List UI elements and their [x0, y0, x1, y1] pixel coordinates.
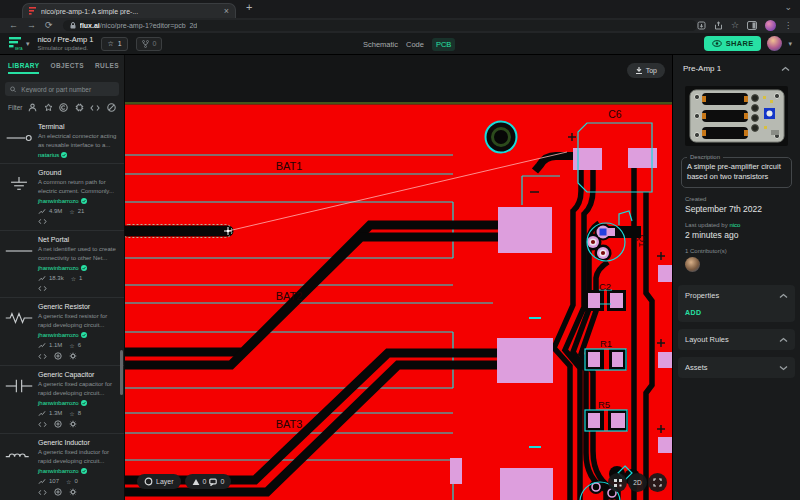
item-title: Terminal	[38, 123, 120, 130]
tab-pcb[interactable]: PCB	[432, 38, 455, 51]
layer-top-button[interactable]: Top	[627, 63, 665, 78]
library-item[interactable]: Generic CapacitorA generic fixed capacit…	[0, 365, 124, 433]
layout-rules-header[interactable]: Layout Rules	[685, 335, 788, 344]
label-c6: C6	[608, 108, 622, 120]
star-count-button[interactable]: ☆ 1	[101, 37, 127, 51]
fork-icon	[142, 40, 149, 48]
ground-icon	[0, 169, 38, 225]
item-actions[interactable]	[38, 352, 120, 360]
tab-close-icon[interactable]: ×	[224, 7, 229, 16]
properties-chevron-icon[interactable]	[779, 293, 788, 299]
label-q1: Q1	[637, 235, 648, 248]
label-r5: R5	[598, 399, 610, 410]
updated-by-user: nico	[729, 222, 740, 228]
library-search[interactable]	[5, 82, 119, 96]
mounting-hole[interactable]	[486, 122, 517, 153]
browser-profile-avatar[interactable]	[765, 20, 776, 31]
assets-header[interactable]: Assets	[685, 363, 788, 372]
item-author[interactable]: jhanwinbarrozo	[38, 400, 120, 406]
library-item[interactable]: TerminalAn electrical connector acting a…	[0, 118, 124, 163]
address-bar[interactable]: flux.ai/nico/pre-amp-1?editor=pcb_2d	[63, 20, 697, 31]
item-author[interactable]: jhanwinbarrozo	[38, 198, 120, 204]
issue-counters[interactable]: 0 0	[185, 474, 232, 489]
search-input[interactable]	[19, 85, 114, 94]
block-filter-icon[interactable]	[107, 103, 116, 112]
layout-rules-chevron-icon[interactable]	[779, 337, 788, 343]
item-actions[interactable]	[38, 285, 120, 292]
contributor-avatar[interactable]	[685, 257, 700, 272]
collapse-chevron-icon[interactable]	[781, 66, 790, 72]
library-list: TerminalAn electrical connector acting a…	[0, 118, 124, 500]
fork-count-button[interactable]: 0	[136, 37, 163, 51]
pcb-layout: BAT1 BAT2 BAT3 C6 C2 R1 R5 Q1	[125, 55, 672, 500]
item-actions[interactable]	[38, 488, 120, 496]
label-bat3: BAT3	[276, 418, 303, 430]
flux-logo[interactable]: BETA	[8, 36, 23, 51]
item-author[interactable]: jhanwinbarrozo	[38, 265, 120, 271]
user-avatar[interactable]	[767, 36, 782, 51]
code-filter-icon[interactable]	[90, 104, 100, 112]
search-icon	[10, 86, 16, 93]
library-item[interactable]: Generic InductorA generic fixed inductor…	[0, 433, 124, 500]
library-item[interactable]: GroundA common return path for electric …	[0, 163, 124, 230]
pcb-canvas[interactable]: BAT1 BAT2 BAT3 C6 C2 R1 R5 Q1 Top Layer …	[125, 55, 672, 500]
logo-caret-icon[interactable]: ▾	[26, 40, 30, 48]
fullscreen-button[interactable]	[648, 473, 667, 492]
item-title: Net Portal	[38, 236, 120, 243]
item-description: A net identifier used to create connecti…	[38, 245, 120, 262]
tab-objects[interactable]: OBJECTS	[50, 62, 84, 74]
label-r1: R1	[600, 338, 612, 349]
item-actions[interactable]	[38, 420, 120, 428]
user-menu-caret-icon[interactable]: ▾	[788, 40, 792, 48]
sidebar-scrollbar[interactable]	[120, 350, 123, 395]
tab-rules[interactable]: RULES	[95, 62, 119, 74]
item-description: A generic fixed resistor for rapid devel…	[38, 312, 120, 329]
lock-icon	[70, 22, 76, 29]
item-author[interactable]: natarius	[38, 152, 120, 158]
properties-section: Properties ADD	[678, 285, 795, 322]
project-status: Simulator updated.	[38, 45, 94, 51]
add-property-button[interactable]: ADD	[685, 309, 788, 316]
library-item[interactable]: Net PortalA net identifier used to creat…	[0, 230, 124, 297]
terminal-icon	[0, 123, 38, 158]
side-panel-icon[interactable]	[747, 21, 757, 30]
back-icon[interactable]: ←	[9, 21, 18, 30]
browser-menu-icon[interactable]: ⋮	[784, 22, 792, 30]
warning-count: 0	[203, 478, 207, 485]
to-top-icon	[635, 66, 643, 75]
project-title-block[interactable]: nico / Pre-Amp 1 Simulator updated.	[38, 36, 94, 52]
new-tab-button[interactable]: +	[246, 1, 252, 13]
bookmark-star-icon[interactable]: ☆	[731, 21, 739, 30]
copyright-filter-icon[interactable]	[59, 103, 68, 112]
board-preview-button[interactable]	[608, 473, 627, 492]
chip-filter-icon[interactable]	[75, 103, 84, 112]
tab-code[interactable]: Code	[406, 40, 424, 49]
item-author[interactable]: jhanwinbarrozo	[38, 468, 120, 474]
tab-schematic[interactable]: Schematic	[363, 40, 398, 49]
person-filter-icon[interactable]	[28, 103, 37, 112]
layer-button[interactable]: Layer	[137, 474, 181, 489]
label-bat2: BAT2	[276, 290, 303, 302]
tab-library[interactable]: LIBRARY	[8, 62, 39, 74]
library-item[interactable]: Generic ResistorA generic fixed resistor…	[0, 297, 124, 365]
star-filter-icon[interactable]	[44, 103, 53, 112]
project-thumbnail[interactable]	[685, 86, 788, 146]
description-text: A simple pre-amplifier circuit based on …	[687, 162, 786, 182]
item-author[interactable]: jhanwinbarrozo	[38, 332, 120, 338]
reload-icon[interactable]: ⟳	[45, 21, 53, 30]
share-button[interactable]: SHARE	[704, 36, 762, 51]
tabstrip-chevron-icon[interactable]: ⌄	[784, 2, 792, 12]
description-field[interactable]: Description A simple pre-amplifier circu…	[681, 154, 792, 188]
view-mode-button[interactable]: 2D	[628, 473, 647, 492]
assets-chevron-icon[interactable]	[779, 365, 788, 371]
layout-rules-section: Layout Rules	[678, 329, 795, 350]
browser-tab[interactable]: nico/pre-amp-1: A simple pre-... ×	[22, 3, 236, 18]
selected-trace[interactable]	[125, 225, 232, 238]
flux-favicon	[29, 7, 37, 15]
share-icon[interactable]	[714, 21, 723, 30]
item-actions[interactable]	[38, 218, 120, 225]
forward-icon[interactable]: →	[27, 21, 36, 30]
save-icon[interactable]	[697, 21, 706, 30]
svg-text:BETA: BETA	[15, 47, 23, 51]
properties-header[interactable]: Properties	[685, 291, 788, 300]
